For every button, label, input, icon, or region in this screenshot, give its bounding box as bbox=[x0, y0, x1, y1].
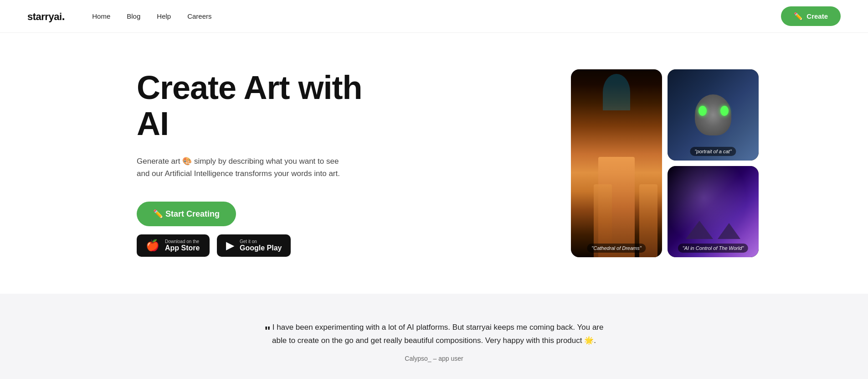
google-play-button[interactable]: ▶ Get it on Google Play bbox=[217, 234, 291, 257]
app-store-sub: Download on the bbox=[165, 239, 199, 244]
hero-section: Create Art with AI Generate art 🎨 simply… bbox=[0, 33, 868, 294]
play-icon: ▶ bbox=[226, 239, 234, 252]
nav-home[interactable]: Home bbox=[92, 12, 110, 20]
nav-help[interactable]: Help bbox=[157, 12, 171, 20]
art-card-galaxy: "AI in Control of The World" bbox=[668, 166, 759, 257]
nav-careers[interactable]: Careers bbox=[187, 12, 211, 20]
testimonial-author: Calypso_ – app user bbox=[405, 355, 463, 362]
google-play-name: Google Play bbox=[240, 244, 282, 252]
hero-left: Create Art with AI Generate art 🎨 simply… bbox=[137, 70, 401, 257]
hero-title: Create Art with AI bbox=[137, 70, 401, 142]
app-store-button[interactable]: 🍎 Download on the App Store bbox=[137, 234, 210, 257]
testimonial-section: "I have been experimenting with a lot of… bbox=[0, 294, 868, 379]
hero-buttons: ✏️ Start Creating 🍎 Download on the App … bbox=[137, 202, 401, 257]
testimonial-quote: "I have been experimenting with a lot of… bbox=[257, 321, 612, 348]
cat-label: "portrait of a cat" bbox=[690, 147, 736, 156]
hero-description: Generate art 🎨 simply by describing what… bbox=[137, 155, 346, 180]
nav-create-button[interactable]: ✏️ Create bbox=[781, 6, 841, 26]
google-play-sub: Get it on bbox=[240, 239, 257, 244]
galaxy-label: "AI in Control of The World" bbox=[678, 244, 748, 253]
art-card-cathedral: "Cathedral of Dreams" bbox=[571, 69, 662, 257]
pencil-icon: ✏️ bbox=[794, 12, 803, 21]
quote-mark: " bbox=[265, 324, 271, 338]
art-card-cat: "portrait of a cat" bbox=[668, 69, 759, 161]
nav-links: Home Blog Help Careers bbox=[92, 12, 781, 21]
store-buttons: 🍎 Download on the App Store ▶ Get it on … bbox=[137, 234, 291, 257]
logo: starryai. bbox=[27, 9, 65, 23]
apple-icon: 🍎 bbox=[146, 239, 159, 252]
start-creating-button[interactable]: ✏️ Start Creating bbox=[137, 202, 236, 226]
navigation: starryai. Home Blog Help Careers ✏️ Crea… bbox=[0, 0, 868, 33]
cathedral-label: "Cathedral of Dreams" bbox=[587, 244, 646, 253]
art-gallery: "Cathedral of Dreams" "portrait of a cat… bbox=[571, 69, 759, 257]
app-store-name: App Store bbox=[165, 244, 200, 252]
nav-blog[interactable]: Blog bbox=[127, 12, 140, 20]
